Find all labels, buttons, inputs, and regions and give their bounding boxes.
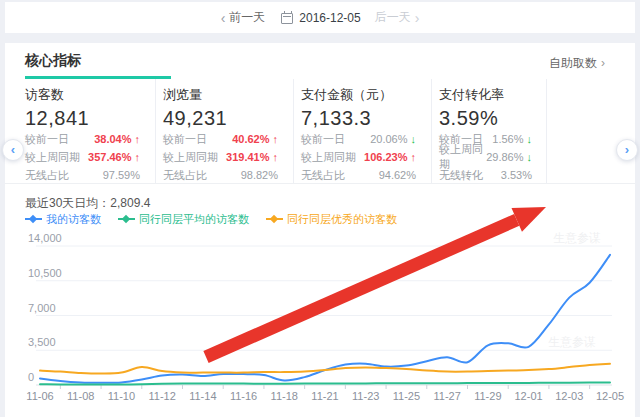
- svg-text:10,500: 10,500: [28, 267, 62, 279]
- svg-text:11-16: 11-16: [230, 390, 257, 402]
- svg-text:生意参谋: 生意参谋: [548, 335, 596, 349]
- svg-text:7,000: 7,000: [28, 302, 56, 314]
- prev-cards-button[interactable]: ‹: [2, 139, 24, 161]
- svg-text:12-05: 12-05: [596, 390, 624, 402]
- svg-text:11-10: 11-10: [108, 390, 135, 402]
- svg-text:0: 0: [28, 371, 34, 383]
- svg-text:11-14: 11-14: [189, 390, 216, 402]
- svg-text:11-06: 11-06: [26, 390, 53, 402]
- svg-text:11-18: 11-18: [271, 390, 298, 402]
- svg-text:12-03: 12-03: [555, 390, 583, 402]
- svg-text:3,500: 3,500: [28, 336, 56, 348]
- svg-text:11-27: 11-27: [433, 390, 460, 402]
- svg-text:12-01: 12-01: [515, 390, 543, 402]
- svg-text:生意参谋: 生意参谋: [553, 231, 601, 245]
- analytics-dashboard: { "topbar": { "prev_label": "前一天", "date…: [0, 0, 640, 417]
- svg-text:11-25: 11-25: [393, 390, 420, 402]
- red-arrow-annotation: [203, 207, 546, 363]
- next-cards-button[interactable]: ›: [616, 139, 638, 161]
- svg-text:11-21: 11-21: [311, 390, 338, 402]
- svg-text:11-29: 11-29: [474, 390, 501, 402]
- svg-text:14,000: 14,000: [28, 232, 62, 244]
- svg-text:11-12: 11-12: [148, 390, 175, 402]
- svg-text:11-23: 11-23: [352, 390, 379, 402]
- visitors-trend-chart[interactable]: 03,5007,00010,50014,00011-0611-0811-1011…: [0, 0, 640, 417]
- svg-text:11-08: 11-08: [67, 390, 94, 402]
